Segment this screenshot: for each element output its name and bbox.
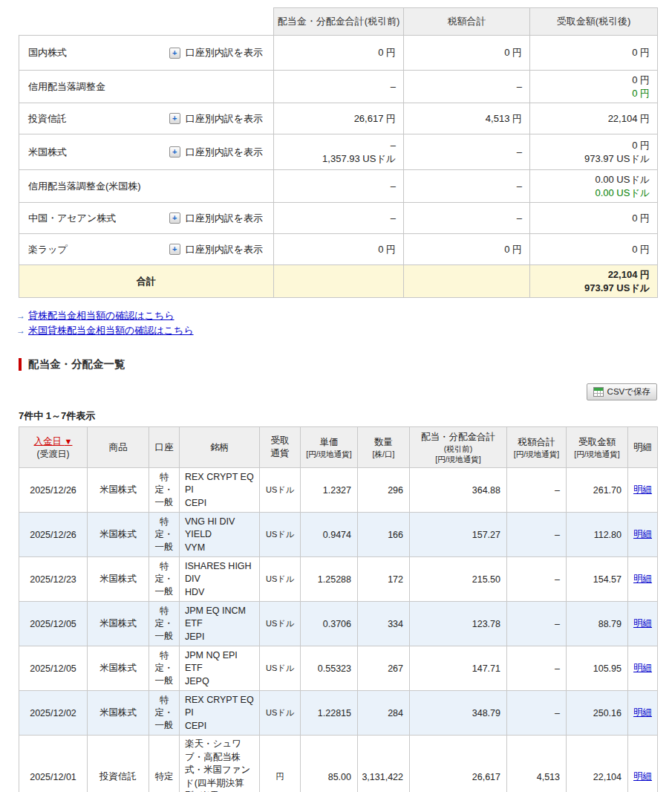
account-type: 特定 bbox=[149, 736, 180, 792]
dividend-row: 2025/12/05 米国株式 特定・一般 JPM EQ INCM ETFJEP… bbox=[19, 602, 658, 646]
category-label: 中国・アセアン株式 bbox=[28, 212, 116, 225]
security-name: JPM EQ INCM ETFJEPI bbox=[180, 602, 260, 646]
detail-link[interactable]: 明細 bbox=[633, 663, 652, 673]
detail-link[interactable]: 明細 bbox=[633, 529, 652, 539]
dividend-row: 2025/12/02 米国株式 特定・一般 REX CRYPT EQ PICEP… bbox=[19, 691, 658, 736]
received-cell: 0 円 bbox=[530, 36, 658, 71]
received-cell: 22,104 円 bbox=[530, 103, 658, 134]
dividend-total: 348.79 bbox=[410, 691, 507, 736]
section-title: 配当金・分配金一覧 bbox=[28, 357, 125, 371]
us-lending-dividend-link[interactable]: 米国貸株配当金相当額の確認はこちら bbox=[28, 325, 194, 336]
deposit-date: 2025/12/05 bbox=[19, 602, 88, 646]
dividend-list-table: 入金日 ▼ (受渡日) 商品 口座 銘柄 受取通貨 単価[円/現地通貨] 数量[… bbox=[19, 426, 658, 792]
received-amount: 154.57 bbox=[567, 557, 628, 602]
category-label: 米国株式 bbox=[28, 146, 67, 159]
spreadsheet-icon bbox=[593, 387, 604, 397]
received-amount: 22,104 bbox=[567, 736, 628, 792]
dividend-row: 2025/12/26 米国株式 特定・一般 VNG HI DIV YIELDVY… bbox=[19, 513, 658, 557]
currency: USドル bbox=[260, 691, 301, 736]
product-type: 投資信託 bbox=[88, 736, 149, 792]
category-label: 国内株式 bbox=[28, 46, 67, 59]
breakdown-label[interactable]: 口座別内訳を表示 bbox=[186, 112, 263, 126]
tax-amount: – bbox=[507, 557, 567, 602]
section-header: 配当金・分配金一覧 bbox=[19, 357, 672, 371]
lending-dividend-link[interactable]: 貸株配当金相当額の確認はこちら bbox=[28, 310, 174, 321]
currency: USドル bbox=[260, 557, 301, 602]
product-type: 米国株式 bbox=[88, 646, 149, 691]
unit-price: 1.2327 bbox=[301, 468, 358, 513]
deposit-date: 2025/12/26 bbox=[19, 513, 88, 557]
breakdown-label[interactable]: 口座別内訳を表示 bbox=[186, 243, 263, 256]
detail-link[interactable]: 明細 bbox=[633, 707, 652, 718]
deposit-date: 2025/12/01 bbox=[19, 736, 88, 792]
expand-plus-icon[interactable]: + bbox=[169, 244, 180, 255]
account-breakdown-toggle[interactable]: + 口座別内訳を表示 bbox=[169, 46, 269, 59]
account-breakdown-toggle[interactable]: + 口座別内訳を表示 bbox=[169, 212, 269, 225]
received-amount: 88.79 bbox=[567, 602, 628, 646]
dividend-total: 157.27 bbox=[410, 513, 507, 557]
tax-cell: – bbox=[404, 203, 530, 234]
breakdown-label[interactable]: 口座別内訳を表示 bbox=[186, 212, 263, 225]
total-pretax-cell bbox=[274, 265, 404, 298]
quantity: 267 bbox=[358, 646, 410, 691]
expand-plus-icon[interactable]: + bbox=[169, 48, 180, 59]
deposit-date: 2025/12/26 bbox=[19, 468, 88, 513]
currency: USドル bbox=[260, 602, 301, 646]
expand-plus-icon[interactable]: + bbox=[169, 146, 180, 158]
breakdown-label[interactable]: 口座別内訳を表示 bbox=[186, 146, 263, 159]
page: 配当金・分配金合計(税引前) 税額合計 受取金額(税引後) 国内株式 + 口座別… bbox=[0, 7, 672, 792]
security-name: REX CRYPT EQ PICEPI bbox=[180, 691, 260, 736]
ticker-symbol: CEPI bbox=[185, 720, 255, 733]
col-header-date-sub: (受渡日) bbox=[21, 448, 85, 460]
currency: USドル bbox=[260, 468, 301, 513]
ticker-symbol: HDV bbox=[185, 586, 255, 600]
tax-cell: 4,513 円 bbox=[404, 103, 530, 134]
tax-amount: 4,513 bbox=[507, 736, 567, 792]
col-header-currency: 受取通貨 bbox=[260, 427, 301, 468]
product-type: 米国株式 bbox=[88, 602, 149, 646]
dividend-total: 26,617 bbox=[410, 736, 507, 792]
summary-row-rakuwrap: 楽ラップ + 口座別内訳を表示 0 円 0 円 0 円 bbox=[19, 234, 658, 265]
ticker-symbol: JEPQ bbox=[185, 675, 255, 689]
dividend-row: 2025/12/26 米国株式 特定・一般 REX CRYPT EQ PICEP… bbox=[19, 468, 658, 513]
detail-cell: 明細 bbox=[628, 513, 658, 557]
expand-plus-icon[interactable]: + bbox=[169, 113, 180, 124]
account-breakdown-toggle[interactable]: + 口座別内訳を表示 bbox=[169, 243, 269, 256]
summary-header-received: 受取金額(税引後) bbox=[530, 8, 658, 36]
detail-cell: 明細 bbox=[628, 557, 658, 602]
category-label: 信用配当落調整金 bbox=[28, 80, 105, 94]
save-csv-button[interactable]: CSVで保存 bbox=[587, 383, 657, 400]
date-sort-link[interactable]: 入金日 ▼ bbox=[34, 436, 73, 447]
security-name: 楽天・シュワブ・高配当株式・米国ファンド(四半期決算型)(楽天・SCHD) bbox=[180, 736, 260, 792]
detail-link[interactable]: 明細 bbox=[633, 484, 652, 495]
account-breakdown-toggle[interactable]: + 口座別内訳を表示 bbox=[169, 112, 269, 126]
col-header-price: 単価[円/現地通貨] bbox=[301, 427, 358, 468]
pretax-cell: – bbox=[274, 203, 404, 234]
total-label: 合計 bbox=[19, 265, 274, 298]
detail-link[interactable]: 明細 bbox=[633, 618, 652, 629]
tax-cell: – bbox=[404, 134, 530, 170]
detail-link[interactable]: 明細 bbox=[633, 574, 652, 584]
link-line: →貸株配当金相当額の確認はこちら bbox=[16, 308, 672, 323]
breakdown-label[interactable]: 口座別内訳を表示 bbox=[186, 46, 263, 59]
expand-plus-icon[interactable]: + bbox=[169, 212, 180, 224]
currency: USドル bbox=[260, 646, 301, 691]
col-header-date: 入金日 ▼ (受渡日) bbox=[19, 427, 88, 468]
dividend-total: 147.71 bbox=[410, 646, 507, 691]
category-label: 投資信託 bbox=[28, 112, 67, 126]
detail-link[interactable]: 明細 bbox=[633, 771, 652, 782]
col-header-qty: 数量[株/口] bbox=[358, 427, 410, 468]
detail-cell: 明細 bbox=[628, 691, 658, 736]
deposit-date: 2025/12/02 bbox=[19, 691, 88, 736]
result-count: 7件中 1～7件表示 bbox=[19, 409, 672, 423]
product-type: 米国株式 bbox=[88, 557, 149, 602]
col-header-product: 商品 bbox=[88, 427, 149, 468]
account-breakdown-toggle[interactable]: + 口座別内訳を表示 bbox=[169, 146, 269, 159]
quantity: 3,131,422 bbox=[358, 736, 410, 792]
tax-cell: 0 円 bbox=[404, 234, 530, 265]
tax-amount: – bbox=[507, 468, 567, 513]
received-cell: 0 円0 円 bbox=[530, 71, 658, 103]
received-amount: 105.95 bbox=[567, 646, 628, 691]
quantity: 296 bbox=[358, 468, 410, 513]
received-amount: 112.80 bbox=[567, 513, 628, 557]
